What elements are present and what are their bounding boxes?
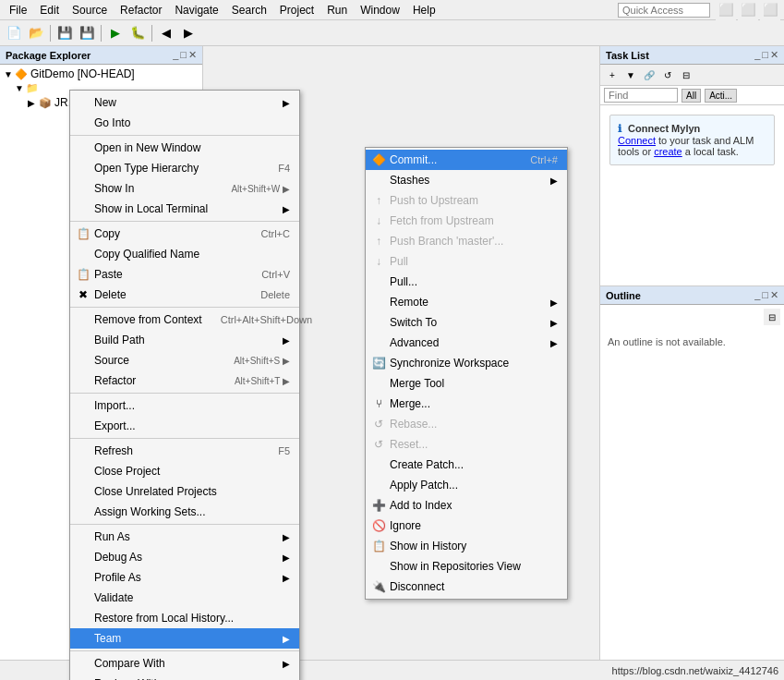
menu-item-paste[interactable]: 📋Paste Ctrl+V [70, 264, 299, 285]
menu-item-debug-as[interactable]: Debug As ▶ [70, 547, 299, 567]
toolbar-btn-3[interactable]: ⬜ [760, 0, 780, 20]
menu-search[interactable]: Search [226, 2, 272, 18]
submenu-disconnect[interactable]: 🔌Disconnect [366, 577, 567, 597]
menu-item-profile-as[interactable]: Profile As ▶ [70, 567, 299, 588]
submenu-merge-tool[interactable]: Merge Tool [366, 373, 567, 394]
menu-navigate[interactable]: Navigate [169, 2, 223, 18]
find-input[interactable] [604, 88, 678, 103]
menu-refactor[interactable]: Refactor [115, 2, 167, 18]
menu-edit[interactable]: Edit [34, 2, 65, 18]
menu-item-import[interactable]: Import... [70, 395, 299, 416]
task-repo-btn[interactable]: 🔗 [641, 67, 657, 83]
toolbar-btn-1[interactable]: ⬜ [716, 0, 736, 20]
menu-run[interactable]: Run [321, 2, 353, 18]
tree-item-gitdemo[interactable]: ▼ 🔶 GitDemo [NO-HEAD] [2, 67, 200, 81]
connect-link[interactable]: Connect [618, 135, 656, 146]
quick-access-input[interactable] [618, 3, 710, 18]
outline-close[interactable]: ✕ [770, 289, 778, 301]
menu-item-refactor[interactable]: Refactor Alt+Shift+T ▶ [70, 370, 299, 391]
panel-close[interactable]: ✕ [188, 49, 197, 61]
submenu-advanced[interactable]: Advanced ▶ [366, 333, 567, 353]
disconnect-icon: 🔌 [371, 579, 386, 594]
toolbar-save[interactable]: 💾 [54, 23, 75, 43]
create-link[interactable]: create [654, 146, 682, 157]
menu-item-close-project[interactable]: Close Project [70, 461, 299, 481]
menu-source[interactable]: Source [66, 2, 113, 18]
menu-item-compare-with[interactable]: Compare With ▶ [70, 653, 299, 674]
task-sync-btn[interactable]: ↺ [659, 67, 676, 83]
submenu-add-index[interactable]: ➕Add to Index [366, 495, 567, 516]
submenu-stashes[interactable]: Stashes ▶ [366, 170, 567, 190]
submenu-reset: ↺Reset... [366, 434, 567, 455]
outline-maximize[interactable]: □ [762, 289, 768, 301]
menu-item-copy[interactable]: 📋Copy Ctrl+C [70, 224, 299, 244]
ignore-icon: 🚫 [371, 518, 386, 533]
submenu-pull-dialog[interactable]: Pull... [366, 272, 567, 292]
submenu-merge[interactable]: ⑂Merge... [366, 394, 567, 414]
task-filter-btn[interactable]: ▼ [622, 67, 639, 83]
submenu-create-patch[interactable]: Create Patch... [366, 455, 567, 475]
submenu-synchronize[interactable]: 🔄Synchronize Workspace [366, 353, 567, 373]
submenu-remote[interactable]: Remote ▶ [366, 292, 567, 312]
menu-item-replace-with[interactable]: Replace With ▶ [70, 674, 299, 680]
menu-item-team[interactable]: Team ▶ [70, 628, 299, 649]
task-panel-close[interactable]: ✕ [770, 49, 778, 61]
toolbar-back[interactable]: ◀ [156, 23, 176, 43]
toolbar-debug[interactable]: 🐛 [127, 23, 148, 43]
paste-icon: 📋 [76, 267, 90, 282]
find-all-btn[interactable]: All [681, 89, 701, 103]
menu-item-assign-working[interactable]: Assign Working Sets... [70, 502, 299, 522]
menu-item-refresh[interactable]: Refresh F5 [70, 441, 299, 461]
menu-window[interactable]: Window [355, 2, 405, 18]
toolbar-new[interactable]: 📄 [4, 23, 24, 43]
panel-minimize[interactable]: _ [173, 49, 178, 61]
menu-item-delete[interactable]: ✖Delete Delete [70, 285, 299, 305]
outline-panel: Outline _ □ ✕ ⊟ An outline is not availa… [599, 286, 784, 660]
toolbar-forward[interactable]: ▶ [178, 23, 199, 43]
submenu-apply-patch[interactable]: Apply Patch... [366, 475, 567, 495]
menu-item-close-unrelated[interactable]: Close Unrelated Projects [70, 481, 299, 502]
right-panels: Task List _ □ ✕ + ▼ 🔗 ↺ ⊟ All Acti... [599, 46, 784, 660]
team-submenu: 🔶 Commit... Ctrl+# Stashes ▶ ↑Push to Up… [365, 147, 568, 600]
submenu-show-history[interactable]: 📋Show in History [366, 536, 567, 556]
menu-item-build-path[interactable]: Build Path ▶ [70, 330, 299, 350]
menu-item-validate[interactable]: Validate [70, 588, 299, 608]
menu-sep-4 [70, 393, 299, 394]
menu-help[interactable]: Help [407, 2, 441, 18]
task-panel-minimize[interactable]: _ [754, 49, 760, 61]
task-collapse-btn[interactable]: ⊟ [678, 67, 694, 83]
task-new-btn[interactable]: + [604, 67, 621, 83]
toolbar-saveall[interactable]: 💾 [77, 23, 97, 43]
menu-item-new[interactable]: New ▶ [70, 92, 299, 113]
menu-item-open-window[interactable]: Open in New Window [70, 138, 299, 158]
menu-item-copy-qualified[interactable]: Copy Qualified Name [70, 244, 299, 264]
submenu-fetch-upstream: ↓Fetch from Upstream [366, 211, 567, 231]
task-panel-controls: _ □ ✕ [754, 49, 778, 61]
menu-item-go-into[interactable]: Go Into [70, 113, 299, 133]
menu-item-open-type[interactable]: Open Type Hierarchy F4 [70, 158, 299, 178]
menu-item-remove-context[interactable]: Remove from Context Ctrl+Alt+Shift+Down [70, 310, 299, 330]
menu-item-export[interactable]: Export... [70, 416, 299, 436]
outline-collapse-btn[interactable]: ⊟ [764, 309, 780, 325]
menu-file[interactable]: File [4, 2, 32, 18]
submenu-switch-to[interactable]: Switch To ▶ [366, 312, 567, 333]
menu-item-restore-history[interactable]: Restore from Local History... [70, 608, 299, 628]
menu-item-show-in[interactable]: Show In Alt+Shift+W ▶ [70, 178, 299, 199]
tree-arrow-jr: ▶ [28, 98, 37, 108]
menu-item-run-as[interactable]: Run As ▶ [70, 527, 299, 547]
find-activate-btn[interactable]: Acti... [705, 89, 737, 103]
submenu-show-repos[interactable]: Show in Repositories View [366, 556, 567, 577]
submenu-commit[interactable]: 🔶 Commit... Ctrl+# [366, 150, 567, 170]
submenu-ignore[interactable]: 🚫Ignore [366, 516, 567, 536]
project-icon: 🔶 [15, 68, 28, 80]
task-panel-maximize[interactable]: □ [762, 49, 768, 61]
toolbar-btn-2[interactable]: ⬜ [738, 0, 758, 20]
panel-maximize[interactable]: □ [180, 49, 187, 61]
menu-item-source[interactable]: Source Alt+Shift+S ▶ [70, 350, 299, 370]
task-list-title: Task List [606, 50, 649, 61]
toolbar-open[interactable]: 📂 [26, 23, 46, 43]
toolbar-run[interactable]: ▶ [105, 23, 126, 43]
menu-item-show-terminal[interactable]: Show in Local Terminal ▶ [70, 199, 299, 219]
menu-project[interactable]: Project [274, 2, 320, 18]
outline-minimize[interactable]: _ [754, 289, 760, 301]
